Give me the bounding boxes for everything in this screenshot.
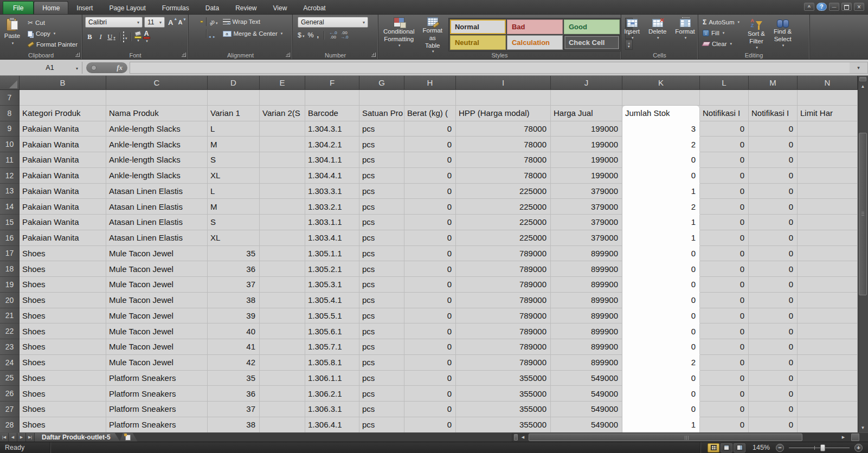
cell-C9[interactable]: Ankle-length Slacks [106, 121, 208, 137]
cell-E8[interactable]: Varian 2(S [260, 106, 305, 121]
orientation-button[interactable]: ab [209, 17, 218, 27]
cell-C8[interactable]: Nama Produk [106, 106, 208, 121]
cell-L28[interactable]: 0 [700, 417, 749, 432]
cell-I28[interactable]: 355000 [456, 417, 551, 432]
cell-M9[interactable]: 0 [749, 121, 798, 137]
cell-L17[interactable]: 0 [700, 246, 749, 262]
insert-cells-button[interactable]: Insert [622, 18, 642, 41]
restore-window-button[interactable] [841, 3, 852, 11]
cell-D17[interactable]: 35 [208, 246, 260, 262]
style-neutral[interactable]: Neutral [450, 35, 506, 50]
cell-N17[interactable] [798, 246, 858, 262]
row-header-20[interactable]: 20 [0, 293, 20, 308]
cell-M20[interactable]: 0 [749, 293, 798, 308]
cell-F14[interactable]: 1.303.2.1 [305, 199, 359, 215]
cell-F8[interactable]: Barcode [305, 106, 359, 121]
cell-L19[interactable]: 0 [700, 277, 749, 293]
cell-L22[interactable]: 0 [700, 323, 749, 339]
cell-N27[interactable] [798, 402, 858, 417]
cell-B26[interactable]: Shoes [20, 386, 106, 402]
name-box[interactable]: A1 ▾ [20, 62, 80, 73]
format-painter-button[interactable]: Format Painter [26, 40, 79, 49]
cell-D8[interactable]: Varian 1 [208, 106, 260, 121]
underline-button[interactable]: U [107, 33, 116, 41]
row-header-10[interactable]: 10 [0, 137, 20, 152]
cell-I18[interactable]: 789000 [456, 261, 551, 277]
cell-F15[interactable]: 1.303.1.1 [305, 215, 359, 230]
cell-G16[interactable]: pcs [359, 230, 404, 246]
cell-F22[interactable]: 1.305.6.1 [305, 323, 359, 339]
cell-C18[interactable]: Mule Tacon Jewel [106, 261, 208, 277]
cell-F12[interactable]: 1.304.4.1 [305, 168, 359, 184]
row-header-7[interactable]: 7 [0, 90, 20, 106]
scroll-right-icon[interactable]: ▶ [839, 434, 847, 441]
cell-D27[interactable]: 37 [208, 402, 260, 417]
cell-E12[interactable] [260, 168, 305, 184]
cell-K10[interactable]: 2 [622, 137, 700, 152]
cell-L21[interactable]: 0 [700, 308, 749, 324]
cell-C17[interactable]: Mule Tacon Jewel [106, 246, 208, 262]
cell-F26[interactable]: 1.306.2.1 [305, 386, 359, 402]
middle-align-button[interactable] [196, 21, 199, 23]
cell-G22[interactable]: pcs [359, 323, 404, 339]
cell-I10[interactable]: 78000 [456, 137, 551, 152]
align-right-button[interactable] [200, 33, 203, 35]
row-header-24[interactable]: 24 [0, 355, 20, 371]
cell-E19[interactable] [260, 277, 305, 293]
fill-button[interactable]: Fill [701, 28, 741, 38]
column-header-F[interactable]: F [305, 76, 359, 90]
cell-G11[interactable]: pcs [359, 152, 404, 168]
cell-J11[interactable]: 199000 [551, 152, 622, 168]
cell-I24[interactable]: 789000 [456, 355, 551, 371]
cell-D28[interactable]: 38 [208, 417, 260, 432]
column-header-M[interactable]: M [749, 76, 798, 90]
column-header-B[interactable]: B [20, 76, 106, 90]
tab-home[interactable]: Home [34, 1, 68, 14]
cell-E18[interactable] [260, 261, 305, 277]
cell-C11[interactable]: Ankle-length Slacks [106, 152, 208, 168]
autosum-button[interactable]: AutoSum [701, 17, 741, 27]
help-icon[interactable] [816, 3, 827, 11]
cell-G17[interactable]: pcs [359, 246, 404, 262]
vertical-scroll-thumb[interactable] [859, 133, 867, 295]
tab-page-layout[interactable]: Page Layout [101, 2, 153, 14]
normal-view-button[interactable] [708, 443, 719, 452]
delete-cells-button[interactable]: ✕ Delete [646, 18, 668, 41]
column-header-H[interactable]: H [404, 76, 456, 90]
cell-N13[interactable] [798, 184, 858, 199]
cell-M14[interactable]: 0 [749, 199, 798, 215]
cell-I17[interactable]: 789000 [456, 246, 551, 262]
cell-B7[interactable] [20, 90, 106, 106]
cell-H21[interactable]: 0 [404, 308, 456, 324]
cell-L11[interactable]: 0 [700, 152, 749, 168]
cell-G9[interactable]: pcs [359, 121, 404, 137]
cell-N9[interactable] [798, 121, 858, 137]
cell-H11[interactable]: 0 [404, 152, 456, 168]
cell-H10[interactable]: 0 [404, 137, 456, 152]
cell-B27[interactable]: Shoes [20, 402, 106, 417]
cell-J10[interactable]: 199000 [551, 137, 622, 152]
row-header-22[interactable]: 22 [0, 323, 20, 339]
column-header-D[interactable]: D [208, 76, 260, 90]
increase-indent-button[interactable] [214, 33, 217, 35]
cell-H18[interactable]: 0 [404, 261, 456, 277]
row-header-17[interactable]: 17 [0, 246, 20, 262]
cell-B12[interactable]: Pakaian Wanita [20, 168, 106, 184]
cell-D23[interactable]: 41 [208, 339, 260, 355]
cell-F23[interactable]: 1.305.7.1 [305, 339, 359, 355]
top-align-button[interactable] [191, 21, 195, 23]
cell-H17[interactable]: 0 [404, 246, 456, 262]
cell-B25[interactable]: Shoes [20, 371, 106, 386]
cell-N7[interactable] [798, 90, 858, 106]
cell-D19[interactable]: 37 [208, 277, 260, 293]
paste-button[interactable]: Paste [3, 17, 22, 49]
horizontal-split-handle[interactable] [514, 434, 518, 441]
tab-acrobat[interactable]: Acrobat [295, 2, 333, 14]
cell-H20[interactable]: 0 [404, 293, 456, 308]
close-window-button[interactable] [854, 3, 864, 11]
decrease-decimal-button[interactable]: .00→.0 [340, 31, 349, 40]
cell-G13[interactable]: pcs [359, 184, 404, 199]
cell-G27[interactable]: pcs [359, 402, 404, 417]
row-header-12[interactable]: 12 [0, 168, 20, 184]
cell-J22[interactable]: 899900 [551, 323, 622, 339]
